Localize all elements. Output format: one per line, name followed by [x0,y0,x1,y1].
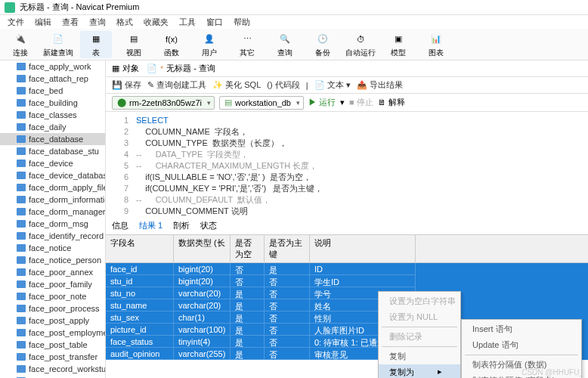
tree-item[interactable]: face_identify_record [0,230,105,242]
tool-备份[interactable]: 🕒备份 [307,31,339,58]
table-icon [17,123,26,131]
context-menu-1[interactable]: 设置为空白字符串 设置为 NULL 删除记录 复制 复制为▸ 粘贴 显示▸ [378,291,461,378]
table-icon [17,184,26,191]
tree-item[interactable]: face_post_transfer [0,351,105,363]
menu-item[interactable]: 文件 [8,17,24,27]
column-header[interactable]: 是否为主键 [265,235,310,262]
tree-item[interactable]: face_classes [0,109,105,121]
table-icon [17,293,26,300]
connection-row: ⬤ rm-2zetn83n05wz7i ▤ workstation_db ▶ 运… [106,94,588,112]
tree-item[interactable]: face_dorm_manager [0,206,105,218]
separator [465,355,578,355]
menu-item[interactable]: 收藏夹 [144,17,169,27]
code-snippet-button[interactable]: () 代码段 [267,79,299,91]
tree-item[interactable]: face_dorm_msg [0,218,105,230]
beautify-button[interactable]: ✨ 美化 SQL [212,79,261,91]
tree-item[interactable]: face_attach_rep [0,73,105,85]
menu-item[interactable]: 帮助 [234,17,250,27]
explain-button[interactable]: 🗎 解释 [378,97,405,108]
tab-profile[interactable]: 剖析 [173,220,190,234]
tree-item[interactable]: face_bed [0,85,105,97]
table-icon [17,208,26,215]
tool-新建查询[interactable]: 📄新建查询 [42,31,74,58]
table-icon [17,305,26,312]
tree-item[interactable]: face_database [0,133,105,145]
tree-item[interactable]: face_poor_note [0,290,105,302]
ctx-set-blank[interactable]: 设置为空白字符串 [379,293,460,309]
tree-item[interactable]: face_record_workstudy [0,363,105,375]
database-select[interactable]: ▤ workstation_db [219,96,304,110]
menu-bar: 文件编辑查看查询格式收藏夹工具窗口帮助 [0,15,588,29]
tool-用户[interactable]: 👤用户 [193,31,225,58]
ctx-delete[interactable]: 删除记录 [379,329,460,345]
stop-button[interactable]: ■ 停止 [349,97,373,108]
tool-模型[interactable]: ▣模型 [382,31,414,58]
tab-info[interactable]: 信息 [112,220,128,234]
tool-图表[interactable]: 📊图表 [420,31,452,58]
tab-result[interactable]: 结果 1 [139,220,162,234]
tree-item[interactable]: face_post_table [0,339,105,351]
menu-item[interactable]: 查看 [62,17,79,27]
tree-item[interactable]: face_notice [0,242,105,254]
table-row[interactable]: face_idbigint(20)否是ID [106,263,588,275]
tree-item[interactable]: face_database_stu [0,145,105,157]
tree-item[interactable]: face_poor_process [0,302,105,314]
table-icon [17,329,26,336]
tool-自动运行[interactable]: ⏱自动运行 [345,31,376,58]
table-row[interactable]: stu_novarchar(20)是否学号 [106,287,588,299]
tree-item[interactable]: face_post_apply [0,314,105,327]
tree-item[interactable]: face_repair_note [0,375,105,378]
table-row[interactable]: stu_namevarchar(20)是否姓名 [106,299,588,311]
tree-item[interactable]: face_poor_family [0,278,105,290]
connection-select[interactable]: ⬤ rm-2zetn83n05wz7i [112,96,215,110]
result-tabs: 信息 结果 1 剖析 状态 [106,220,588,235]
tree-item[interactable]: face_dorm_information [0,194,105,206]
tab-status[interactable]: 状态 [200,220,217,234]
table-row[interactable]: stu_idbigint(20)否否学生ID [106,275,588,287]
table-icon [17,75,26,82]
menu-item[interactable]: 查询 [89,17,106,27]
column-header[interactable]: 说明 [310,235,416,262]
ctx-copy-as[interactable]: 复制为▸ [379,364,460,378]
tree-item[interactable]: face_daily [0,121,105,133]
tool-连接[interactable]: 🔌连接 [5,31,36,58]
ctx-update-stmt[interactable]: Update 语句 [462,337,581,353]
menu-item[interactable]: 窗口 [206,17,223,27]
column-header[interactable]: 字段名 [106,235,174,262]
tree-item[interactable]: face_post_employment [0,327,105,339]
tool-其它[interactable]: ⋯其它 [231,31,263,58]
sql-editor[interactable]: 1SELECT2 COLUMN_NAME 字段名，3 COLUMN_TYPE 数… [106,112,588,220]
tree-item[interactable]: face_notice_person [0,254,105,266]
table-icon [17,147,26,155]
table-icon [17,172,26,179]
editor-tabs: ▦ 对象 📄 *无标题 - 查询 [106,60,588,77]
tree-item[interactable]: face_poor_annex [0,266,105,278]
column-header[interactable]: 数据类型 (长 [174,235,231,262]
text-button[interactable]: 📄 文本 ▾ [314,79,351,91]
ctx-insert-stmt[interactable]: Insert 语句 [462,321,581,337]
main-toolbar: 🔌连接📄新建查询▦表▤视图f(x)函数👤用户⋯其它🔍查询🕒备份⏱自动运行▣模型📊… [0,29,588,60]
tool-表[interactable]: ▦表 [80,31,112,58]
tree-item[interactable]: face_building [0,97,105,109]
menu-item[interactable]: 工具 [179,17,196,27]
export-button[interactable]: 📤 导出结果 [357,79,403,91]
tab-query[interactable]: 📄 *无标题 - 查询 [147,63,215,74]
save-button[interactable]: 💾 保存 [112,79,141,91]
tree-item[interactable]: face_device [0,157,105,169]
tool-查询[interactable]: 🔍查询 [269,31,301,58]
tree-item[interactable]: face_device_database [0,169,105,181]
tree-item[interactable]: face_apply_work [0,60,105,73]
tab-objects[interactable]: ▦ 对象 [112,63,139,74]
tool-视图[interactable]: ▤视图 [118,31,150,58]
query-builder-button[interactable]: ✎ 查询创建工具 [147,79,206,91]
menu-item[interactable]: 编辑 [35,17,51,27]
object-tree[interactable]: face_apply_workface_attach_repface_bedfa… [0,60,106,378]
menu-item[interactable]: 格式 [116,17,133,27]
ctx-set-null[interactable]: 设置为 NULL [379,309,460,325]
column-header[interactable]: 是否为空 [231,235,265,262]
ctx-copy[interactable]: 复制 [379,349,460,364]
run-button[interactable]: ▶ 运行 [308,97,336,108]
tree-item[interactable]: face_dorm_apply_file [0,181,105,194]
separator [382,346,457,347]
tool-函数[interactable]: f(x)函数 [156,31,187,58]
